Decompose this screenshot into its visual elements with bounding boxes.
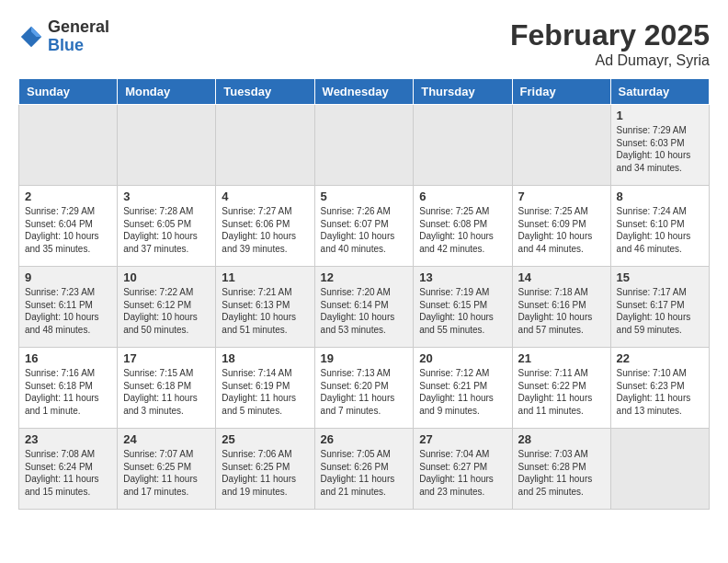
logo-general-text: General bbox=[48, 18, 109, 37]
calendar-cell bbox=[314, 105, 414, 186]
calendar-cell: 2Sunrise: 7:29 AM Sunset: 6:04 PM Daylig… bbox=[19, 186, 118, 267]
day-info: Sunrise: 7:16 AM Sunset: 6:18 PM Dayligh… bbox=[25, 367, 111, 417]
calendar-cell: 7Sunrise: 7:25 AM Sunset: 6:09 PM Daylig… bbox=[512, 186, 610, 267]
day-number: 26 bbox=[321, 432, 408, 446]
day-number: 12 bbox=[321, 270, 408, 284]
calendar-cell: 15Sunrise: 7:17 AM Sunset: 6:17 PM Dayli… bbox=[610, 267, 709, 348]
day-info: Sunrise: 7:29 AM Sunset: 6:03 PM Dayligh… bbox=[617, 124, 703, 174]
calendar-cell: 20Sunrise: 7:12 AM Sunset: 6:21 PM Dayli… bbox=[414, 348, 512, 429]
day-number: 7 bbox=[518, 190, 605, 203]
day-number: 23 bbox=[25, 432, 111, 446]
day-number: 24 bbox=[123, 432, 210, 446]
day-info: Sunrise: 7:25 AM Sunset: 6:09 PM Dayligh… bbox=[518, 205, 605, 255]
day-info: Sunrise: 7:18 AM Sunset: 6:16 PM Dayligh… bbox=[518, 286, 605, 336]
day-info: Sunrise: 7:21 AM Sunset: 6:13 PM Dayligh… bbox=[222, 286, 308, 336]
calendar-cell: 24Sunrise: 7:07 AM Sunset: 6:25 PM Dayli… bbox=[118, 429, 216, 510]
day-number: 28 bbox=[518, 432, 605, 446]
day-info: Sunrise: 7:13 AM Sunset: 6:20 PM Dayligh… bbox=[321, 367, 408, 417]
calendar-cell bbox=[216, 105, 314, 186]
day-number: 1 bbox=[617, 109, 703, 122]
day-info: Sunrise: 7:15 AM Sunset: 6:18 PM Dayligh… bbox=[123, 367, 210, 417]
calendar-cell: 5Sunrise: 7:26 AM Sunset: 6:07 PM Daylig… bbox=[314, 186, 414, 267]
day-info: Sunrise: 7:11 AM Sunset: 6:22 PM Dayligh… bbox=[518, 367, 605, 417]
calendar-cell: 17Sunrise: 7:15 AM Sunset: 6:18 PM Dayli… bbox=[118, 348, 216, 429]
day-number: 13 bbox=[419, 270, 506, 284]
logo-icon bbox=[18, 24, 44, 50]
day-info: Sunrise: 7:24 AM Sunset: 6:10 PM Dayligh… bbox=[617, 205, 703, 255]
weekday-header-row: SundayMondayTuesdayWednesdayThursdayFrid… bbox=[19, 79, 710, 105]
day-number: 27 bbox=[419, 432, 506, 446]
calendar-table: SundayMondayTuesdayWednesdayThursdayFrid… bbox=[18, 78, 710, 510]
day-info: Sunrise: 7:06 AM Sunset: 6:25 PM Dayligh… bbox=[222, 448, 308, 498]
day-number: 5 bbox=[321, 190, 408, 203]
weekday-header-friday: Friday bbox=[512, 79, 610, 105]
day-number: 18 bbox=[222, 351, 308, 365]
weekday-header-monday: Monday bbox=[118, 79, 216, 105]
day-info: Sunrise: 7:22 AM Sunset: 6:12 PM Dayligh… bbox=[123, 286, 210, 336]
weekday-header-sunday: Sunday bbox=[19, 79, 118, 105]
day-info: Sunrise: 7:08 AM Sunset: 6:24 PM Dayligh… bbox=[25, 448, 111, 498]
calendar-cell: 9Sunrise: 7:23 AM Sunset: 6:11 PM Daylig… bbox=[19, 267, 118, 348]
day-info: Sunrise: 7:04 AM Sunset: 6:27 PM Dayligh… bbox=[419, 448, 506, 498]
calendar-cell: 26Sunrise: 7:05 AM Sunset: 6:26 PM Dayli… bbox=[314, 429, 414, 510]
day-number: 21 bbox=[518, 351, 605, 365]
day-info: Sunrise: 7:25 AM Sunset: 6:08 PM Dayligh… bbox=[419, 205, 506, 255]
calendar-cell: 14Sunrise: 7:18 AM Sunset: 6:16 PM Dayli… bbox=[512, 267, 610, 348]
calendar-cell: 12Sunrise: 7:20 AM Sunset: 6:14 PM Dayli… bbox=[314, 267, 414, 348]
day-info: Sunrise: 7:23 AM Sunset: 6:11 PM Dayligh… bbox=[25, 286, 111, 336]
calendar-week-1: 1Sunrise: 7:29 AM Sunset: 6:03 PM Daylig… bbox=[19, 105, 710, 186]
weekday-header-saturday: Saturday bbox=[610, 79, 709, 105]
day-number: 8 bbox=[617, 190, 703, 203]
calendar-cell: 10Sunrise: 7:22 AM Sunset: 6:12 PM Dayli… bbox=[118, 267, 216, 348]
day-number: 16 bbox=[25, 351, 111, 365]
day-info: Sunrise: 7:27 AM Sunset: 6:06 PM Dayligh… bbox=[222, 205, 308, 255]
calendar-cell bbox=[512, 105, 610, 186]
day-number: 19 bbox=[321, 351, 408, 365]
calendar-week-3: 9Sunrise: 7:23 AM Sunset: 6:11 PM Daylig… bbox=[19, 267, 710, 348]
calendar-cell bbox=[610, 429, 709, 510]
day-number: 4 bbox=[222, 190, 308, 203]
calendar-cell: 21Sunrise: 7:11 AM Sunset: 6:22 PM Dayli… bbox=[512, 348, 610, 429]
calendar-cell: 23Sunrise: 7:08 AM Sunset: 6:24 PM Dayli… bbox=[19, 429, 118, 510]
calendar-cell: 11Sunrise: 7:21 AM Sunset: 6:13 PM Dayli… bbox=[216, 267, 314, 348]
day-number: 6 bbox=[419, 190, 506, 203]
day-info: Sunrise: 7:29 AM Sunset: 6:04 PM Dayligh… bbox=[25, 205, 111, 255]
calendar-cell: 28Sunrise: 7:03 AM Sunset: 6:28 PM Dayli… bbox=[512, 429, 610, 510]
calendar-cell: 13Sunrise: 7:19 AM Sunset: 6:15 PM Dayli… bbox=[414, 267, 512, 348]
day-number: 11 bbox=[222, 270, 308, 284]
calendar-cell: 18Sunrise: 7:14 AM Sunset: 6:19 PM Dayli… bbox=[216, 348, 314, 429]
day-number: 14 bbox=[518, 270, 605, 284]
day-info: Sunrise: 7:17 AM Sunset: 6:17 PM Dayligh… bbox=[617, 286, 703, 336]
calendar-cell: 8Sunrise: 7:24 AM Sunset: 6:10 PM Daylig… bbox=[610, 186, 709, 267]
weekday-header-thursday: Thursday bbox=[414, 79, 512, 105]
logo-blue-text: Blue bbox=[48, 37, 109, 55]
calendar-cell: 4Sunrise: 7:27 AM Sunset: 6:06 PM Daylig… bbox=[216, 186, 314, 267]
calendar-cell: 3Sunrise: 7:28 AM Sunset: 6:05 PM Daylig… bbox=[118, 186, 216, 267]
calendar-cell bbox=[19, 105, 118, 186]
day-number: 15 bbox=[617, 270, 703, 284]
day-number: 2 bbox=[25, 190, 111, 203]
calendar-cell: 19Sunrise: 7:13 AM Sunset: 6:20 PM Dayli… bbox=[314, 348, 414, 429]
calendar-cell: 1Sunrise: 7:29 AM Sunset: 6:03 PM Daylig… bbox=[610, 105, 709, 186]
day-number: 10 bbox=[123, 270, 210, 284]
calendar-cell: 27Sunrise: 7:04 AM Sunset: 6:27 PM Dayli… bbox=[414, 429, 512, 510]
day-info: Sunrise: 7:07 AM Sunset: 6:25 PM Dayligh… bbox=[123, 448, 210, 498]
title-section: February 2025 Ad Dumayr, Syria bbox=[510, 18, 710, 69]
day-number: 22 bbox=[617, 351, 703, 365]
logo: General Blue bbox=[18, 18, 109, 55]
day-info: Sunrise: 7:03 AM Sunset: 6:28 PM Dayligh… bbox=[518, 448, 605, 498]
day-info: Sunrise: 7:12 AM Sunset: 6:21 PM Dayligh… bbox=[419, 367, 506, 417]
calendar-week-4: 16Sunrise: 7:16 AM Sunset: 6:18 PM Dayli… bbox=[19, 348, 710, 429]
calendar-title: February 2025 bbox=[510, 18, 710, 52]
weekday-header-wednesday: Wednesday bbox=[314, 79, 414, 105]
day-number: 20 bbox=[419, 351, 506, 365]
day-number: 17 bbox=[123, 351, 210, 365]
calendar-cell bbox=[414, 105, 512, 186]
calendar-cell bbox=[118, 105, 216, 186]
calendar-week-5: 23Sunrise: 7:08 AM Sunset: 6:24 PM Dayli… bbox=[19, 429, 710, 510]
calendar-cell: 25Sunrise: 7:06 AM Sunset: 6:25 PM Dayli… bbox=[216, 429, 314, 510]
calendar-cell: 22Sunrise: 7:10 AM Sunset: 6:23 PM Dayli… bbox=[610, 348, 709, 429]
weekday-header-tuesday: Tuesday bbox=[216, 79, 314, 105]
day-info: Sunrise: 7:26 AM Sunset: 6:07 PM Dayligh… bbox=[321, 205, 408, 255]
day-info: Sunrise: 7:19 AM Sunset: 6:15 PM Dayligh… bbox=[419, 286, 506, 336]
